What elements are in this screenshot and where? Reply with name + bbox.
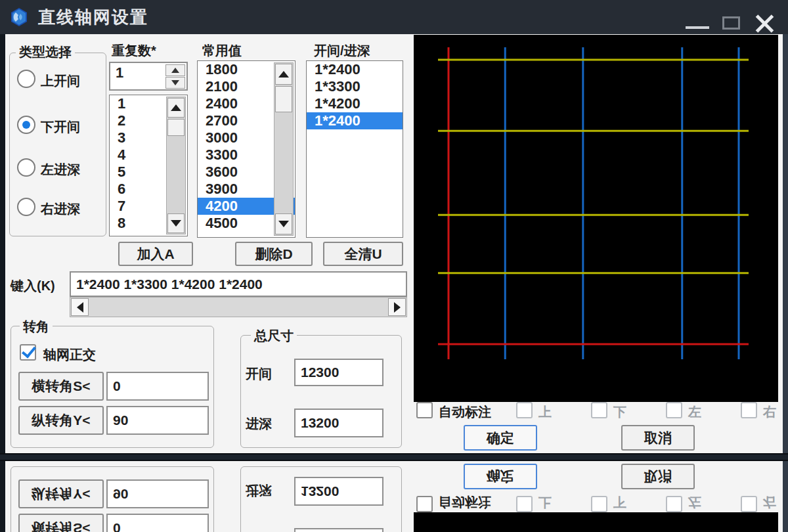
- grid-preview-canvas: [414, 512, 778, 532]
- window-frame-left: [0, 461, 5, 532]
- list-item-selected[interactable]: 1*2400: [307, 112, 403, 129]
- bay-depth-list[interactable]: 1*2400 1*3300 1*4200 1*2400: [306, 60, 403, 238]
- total-bay-input[interactable]: [294, 359, 383, 386]
- repeat-count-value: 1: [116, 64, 123, 81]
- list-item[interactable]: 1*2400: [307, 61, 403, 78]
- scroll-right-icon[interactable]: [388, 298, 406, 316]
- radio-right-depth[interactable]: [17, 198, 35, 216]
- delete-button[interactable]: 删除D: [235, 242, 313, 266]
- radio-top-bay[interactable]: [17, 70, 35, 88]
- annotate-right-label: 右: [763, 493, 776, 511]
- window-frame-bottom: [0, 453, 788, 457]
- window-frame-right: [783, 461, 788, 532]
- annotate-bottom-label[interactable]: 下: [613, 403, 626, 421]
- grid-preview-canvas: [414, 35, 778, 402]
- scroll-up-icon[interactable]: [167, 98, 185, 118]
- repeat-count-list[interactable]: 1 2 3 4 5 6 7 8: [109, 95, 188, 236]
- dialog-linear-axis-grid: 直线轴网设置 类型选择 上开间 下开间 左进深 右进深 重复数* 1 1 2 3: [0, 0, 788, 457]
- total-depth-label: 进深: [246, 415, 272, 433]
- auto-annotate-checkbox[interactable]: [416, 402, 433, 418]
- x-rotation-button: 横转角S<: [18, 514, 104, 532]
- radio-top-bay-label[interactable]: 上开间: [41, 72, 80, 90]
- minimize-icon[interactable]: [686, 26, 709, 29]
- total-depth-input[interactable]: [294, 409, 383, 437]
- auto-annotate-label: 自动标注: [439, 493, 491, 511]
- maximize-icon[interactable]: [722, 16, 740, 30]
- list-item[interactable]: 1*4200: [307, 95, 403, 112]
- titlebar[interactable]: 直线轴网设置: [0, 0, 788, 34]
- total-depth-input: [294, 477, 383, 506]
- x-rotation-button[interactable]: 横转角S<: [18, 372, 104, 401]
- stepper-up-icon[interactable]: [165, 64, 185, 76]
- key-in-input[interactable]: [70, 271, 407, 297]
- annotate-bottom-checkbox[interactable]: [591, 402, 607, 418]
- repeat-list-scrollbar[interactable]: [166, 97, 186, 234]
- scroll-down-icon[interactable]: [167, 213, 185, 233]
- stepper-down-icon[interactable]: [165, 77, 185, 89]
- radio-right-depth-label[interactable]: 右进深: [41, 200, 80, 218]
- radio-left-depth[interactable]: [17, 158, 35, 177]
- radio-selected-dot: [22, 121, 30, 129]
- key-in-label: 键入(K): [11, 277, 55, 295]
- annotate-bottom-checkbox: [591, 496, 607, 512]
- cancel-button: 取消: [621, 464, 695, 489]
- radio-bottom-bay-label[interactable]: 下开间: [41, 118, 80, 136]
- clear-all-button[interactable]: 全清U: [323, 242, 403, 266]
- bay-depth-label: 开间/进深: [314, 42, 370, 60]
- ortho-checkbox[interactable]: [20, 344, 36, 361]
- ok-button: 确定: [464, 464, 537, 489]
- key-in-scrollbar[interactable]: [70, 297, 407, 317]
- annotate-top-checkbox[interactable]: [516, 402, 533, 418]
- app-logo-icon: [9, 7, 29, 27]
- ortho-checkbox-label[interactable]: 轴网正交: [43, 346, 96, 364]
- annotate-right-checkbox: [741, 496, 757, 512]
- auto-annotate-label[interactable]: 自动标注: [439, 403, 491, 421]
- annotate-top-checkbox: [516, 496, 533, 512]
- radio-left-depth-label[interactable]: 左进深: [41, 161, 80, 179]
- total-depth-label: 进深: [246, 481, 272, 499]
- y-rotation-button: 纵转角Y<: [18, 479, 104, 508]
- add-button[interactable]: 加入A: [118, 242, 193, 266]
- window-title: 直线轴网设置: [38, 0, 148, 34]
- common-values-scrollbar[interactable]: [274, 62, 294, 236]
- list-item[interactable]: 1*3300: [307, 78, 403, 95]
- y-rotation-input: [106, 479, 209, 508]
- scroll-down-icon[interactable]: [275, 213, 292, 234]
- annotate-left-checkbox[interactable]: [666, 402, 682, 418]
- annotate-right-checkbox[interactable]: [741, 402, 757, 418]
- common-values-list[interactable]: 1800 2100 2400 2700 3000 3300 3600 3900 …: [197, 60, 296, 238]
- window-frame-left: [0, 34, 5, 453]
- scroll-thumb[interactable]: [275, 86, 292, 112]
- scroll-left-icon[interactable]: [71, 298, 89, 316]
- total-size-group: [240, 466, 402, 532]
- rotation-group: [11, 466, 214, 532]
- x-rotation-input: [106, 514, 209, 532]
- annotate-left-label: 左: [688, 493, 701, 511]
- window-frame-right: [783, 34, 788, 453]
- annotate-bottom-label: 下: [613, 493, 626, 511]
- cancel-button[interactable]: 取消: [621, 425, 695, 451]
- annotate-left-label[interactable]: 左: [688, 403, 701, 421]
- window-frame-bottom: [0, 457, 788, 461]
- x-rotation-input[interactable]: [106, 372, 209, 401]
- y-rotation-button[interactable]: 纵转角Y<: [18, 406, 104, 435]
- rotation-label: 转角: [20, 318, 53, 336]
- annotate-top-label: 上: [538, 493, 552, 511]
- screenshot-stage: 直线轴网设置 类型选择 上开间 下开间 左进深 右进深 重复数* 1 1 2 3: [0, 0, 788, 532]
- total-bay-label: 开间: [246, 365, 272, 383]
- total-bay-input: [294, 528, 383, 532]
- window-reflection: 直线轴网设置 类型选择 上开间 下开间 左进深 右进深 重复数* 1 1 2 3: [0, 457, 788, 532]
- auto-annotate-checkbox: [416, 496, 433, 512]
- radio-bottom-bay[interactable]: [17, 116, 35, 134]
- total-size-label: 总尺寸: [251, 327, 297, 345]
- dialog-linear-axis-grid: 直线轴网设置 类型选择 上开间 下开间 左进深 右进深 重复数* 1 1 2 3: [0, 457, 788, 532]
- close-icon[interactable]: [754, 13, 775, 34]
- annotate-top-label[interactable]: 上: [538, 403, 552, 421]
- repeat-count-label: 重复数*: [112, 42, 156, 60]
- repeat-count-stepper[interactable]: 1: [109, 62, 188, 91]
- ok-button[interactable]: 确定: [464, 425, 537, 451]
- annotate-right-label[interactable]: 右: [763, 403, 776, 421]
- scroll-up-icon[interactable]: [275, 64, 292, 85]
- y-rotation-input[interactable]: [106, 406, 209, 435]
- scroll-thumb[interactable]: [167, 119, 185, 136]
